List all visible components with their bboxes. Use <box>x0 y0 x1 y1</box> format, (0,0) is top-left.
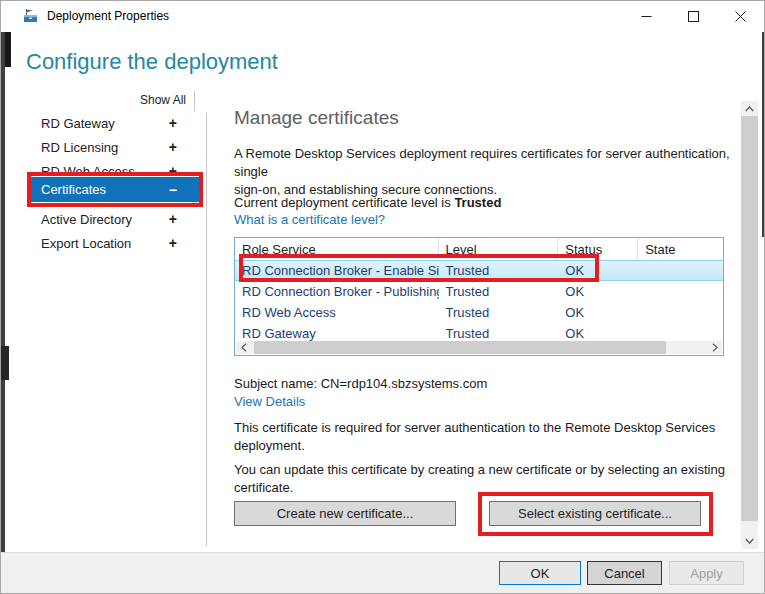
create-new-certificate-button[interactable]: Create new certificate... <box>234 501 456 526</box>
scroll-down-icon[interactable] <box>741 533 758 549</box>
sidebar-item-label: Certificates <box>41 182 106 197</box>
cell-role-service: RD Connection Broker - Publishing <box>235 284 439 299</box>
view-details-link[interactable]: View Details <box>234 394 305 409</box>
apply-button[interactable]: Apply <box>669 561 744 585</box>
certificate-required-text: This certificate is required for server … <box>234 419 746 455</box>
close-button[interactable] <box>723 1 757 32</box>
level-value: Trusted <box>454 195 501 210</box>
sidebar-item-certificates[interactable]: Certificates − <box>31 177 199 202</box>
sidebar-item-export-location[interactable]: Export Location + <box>31 231 199 255</box>
expand-icon[interactable]: + <box>169 235 177 251</box>
column-header-level[interactable]: Level <box>439 238 559 260</box>
subject-name-text: Subject name: CN=rdp104.sbzsystems.com <box>234 376 487 391</box>
cell-status: OK <box>558 305 638 320</box>
table-row-connection-broker-sso[interactable]: RD Connection Broker - Enable Sing Trust… <box>235 260 723 281</box>
cancel-button[interactable]: Cancel <box>587 561 662 585</box>
cell-level: Trusted <box>439 326 559 341</box>
table-row-connection-broker-publishing[interactable]: RD Connection Broker - Publishing Truste… <box>235 281 723 302</box>
minimize-button[interactable] <box>629 1 663 32</box>
sidebar-item-label: RD Gateway <box>41 116 115 131</box>
intro-text: A Remote Desktop Services deployment req… <box>234 145 746 199</box>
expand-icon[interactable]: + <box>169 211 177 227</box>
cell-level: Trusted <box>439 263 559 278</box>
section-heading: Manage certificates <box>234 107 399 129</box>
table-header: Role Service Level Status State <box>235 238 723 260</box>
deployment-properties-dialog: { "window": { "title": "Deployment Prope… <box>0 0 765 594</box>
certificates-table: Role Service Level Status State RD Conne… <box>234 237 724 356</box>
sidebar-item-rd-licensing[interactable]: RD Licensing + <box>31 135 199 159</box>
certificate-update-text: You can update this certificate by creat… <box>234 461 746 497</box>
column-header-role-service[interactable]: Role Service <box>235 238 439 260</box>
maximize-button[interactable] <box>676 1 710 32</box>
title-bar: Deployment Properties <box>1 1 765 32</box>
scrollbar-thumb[interactable] <box>741 116 758 521</box>
collapse-icon[interactable]: − <box>169 182 177 198</box>
horizontal-scrollbar[interactable] <box>236 341 722 354</box>
vertical-scrollbar[interactable] <box>741 101 758 549</box>
sidebar-divider <box>206 113 207 546</box>
background-edge <box>1 31 5 594</box>
ok-button[interactable]: OK <box>499 561 581 585</box>
cell-status: OK <box>558 326 638 341</box>
cell-status: OK <box>558 284 638 299</box>
expand-icon[interactable]: + <box>169 139 177 155</box>
certificate-level-text: Current deployment certificate level is … <box>234 195 501 210</box>
cell-level: Trusted <box>439 305 559 320</box>
certificate-level-link[interactable]: What is a certificate level? <box>234 212 385 227</box>
cell-role-service: RD Connection Broker - Enable Sing <box>235 263 439 278</box>
column-header-state[interactable]: State <box>638 238 723 260</box>
sidebar-item-label: Active Directory <box>41 212 132 227</box>
divider <box>194 91 195 111</box>
expand-icon[interactable]: + <box>169 115 177 131</box>
scroll-left-icon[interactable] <box>236 341 251 354</box>
background-edge <box>1 346 9 380</box>
cell-status: OK <box>558 263 638 278</box>
show-all-link[interactable]: Show All <box>91 93 186 107</box>
cell-role-service: RD Web Access <box>235 305 439 320</box>
select-existing-certificate-button[interactable]: Select existing certificate... <box>489 501 701 526</box>
column-header-status[interactable]: Status <box>558 238 638 260</box>
cell-level: Trusted <box>439 284 559 299</box>
scrollbar-thumb[interactable] <box>254 341 666 354</box>
scroll-up-icon[interactable] <box>741 101 758 117</box>
sidebar-item-active-directory[interactable]: Active Directory + <box>31 207 199 231</box>
app-icon <box>23 8 39 24</box>
sidebar-item-rd-gateway[interactable]: RD Gateway + <box>31 111 199 135</box>
table-row-rd-web-access[interactable]: RD Web Access Trusted OK <box>235 302 723 323</box>
cell-role-service: RD Gateway <box>235 326 439 341</box>
level-prefix: Current deployment certificate level is <box>234 195 454 210</box>
scroll-right-icon[interactable] <box>707 341 722 354</box>
window-title: Deployment Properties <box>47 1 169 32</box>
sidebar-item-label: Export Location <box>41 236 131 251</box>
sidebar-item-label: RD Licensing <box>41 140 118 155</box>
page-title: Configure the deployment <box>26 49 278 75</box>
